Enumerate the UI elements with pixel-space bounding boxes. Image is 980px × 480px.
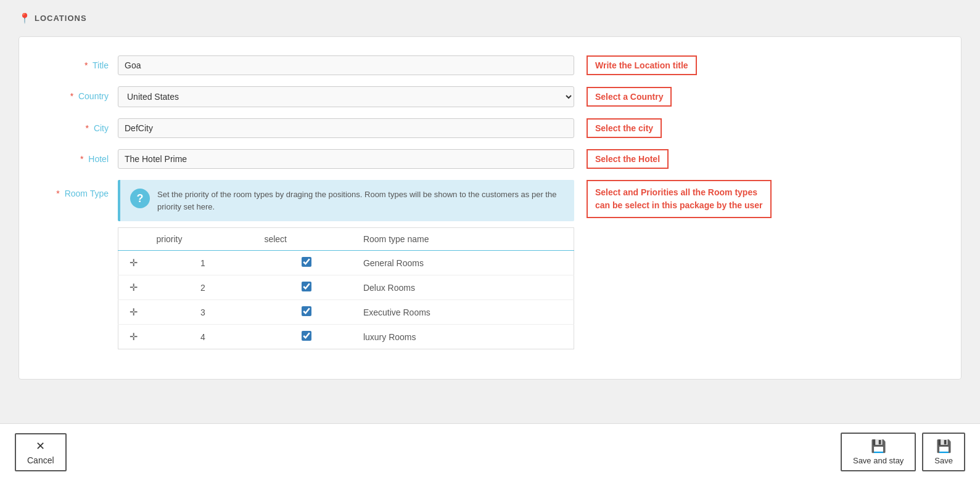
- room-select-checkbox[interactable]: [302, 282, 311, 291]
- drag-handle-icon[interactable]: ✛: [130, 307, 138, 317]
- city-input[interactable]: [118, 118, 574, 138]
- hotel-label: * Hotel: [44, 149, 118, 164]
- title-label: * Title: [44, 55, 118, 70]
- save-stay-icon: 💾: [871, 439, 886, 454]
- title-annotation: Write the Location title: [587, 55, 697, 75]
- cancel-label: Cancel: [27, 455, 54, 465]
- priority-cell: 2: [149, 275, 257, 300]
- hotel-required-star: *: [80, 154, 83, 164]
- room-type-annotation: Select and Priorities all the Room types…: [587, 180, 772, 218]
- priority-cell: 4: [149, 325, 257, 349]
- drag-handle-cell: ✛: [118, 325, 149, 349]
- room-name-cell: General Rooms: [356, 251, 574, 275]
- select-cell: [257, 275, 356, 300]
- country-label: * Country: [44, 86, 118, 101]
- page-wrapper: 📍 LOCATIONS * Title Write the Location t…: [0, 0, 980, 480]
- priority-cell: 3: [149, 300, 257, 325]
- save-button[interactable]: 💾 Save: [922, 433, 965, 471]
- th-name: Room type name: [356, 228, 574, 251]
- drag-handle-icon[interactable]: ✛: [130, 332, 138, 342]
- drag-handle-cell: ✛: [118, 275, 149, 300]
- cancel-icon: ✕: [36, 439, 45, 453]
- room-type-label: * Room Type: [44, 180, 118, 198]
- city-row: * City Select the city: [44, 118, 936, 138]
- country-annotation: Select a Country: [587, 87, 672, 107]
- title-input[interactable]: [118, 55, 574, 75]
- hotel-row: * Hotel Select the Hotel: [44, 149, 936, 169]
- room-select-checkbox[interactable]: [302, 331, 311, 341]
- city-label: * City: [44, 118, 118, 133]
- location-icon: 📍: [19, 12, 31, 24]
- save-stay-label: Save and stay: [853, 456, 904, 465]
- drag-handle-cell: ✛: [118, 251, 149, 275]
- drag-handle-icon[interactable]: ✛: [130, 258, 138, 268]
- th-drag: [118, 228, 149, 251]
- country-field: United States United Kingdom India Austr…: [118, 86, 574, 107]
- hotel-input[interactable]: [118, 149, 574, 169]
- table-row: ✛ 3 Executive Rooms: [118, 300, 574, 325]
- table-row: ✛ 4 luxury Rooms: [118, 325, 574, 349]
- country-row: * Country United States United Kingdom I…: [44, 86, 936, 107]
- select-cell: [257, 300, 356, 325]
- city-annotation: Select the city: [587, 118, 662, 138]
- title-field: [118, 55, 574, 75]
- save-and-stay-button[interactable]: 💾 Save and stay: [841, 433, 916, 471]
- country-select[interactable]: United States United Kingdom India Austr…: [118, 86, 574, 107]
- room-type-table: priority select Room type name ✛ 1 Gener…: [118, 227, 574, 349]
- room-type-section: ? Set the priority of the room types by …: [118, 180, 574, 349]
- th-select: select: [257, 228, 356, 251]
- room-type-row: * Room Type ? Set the priority of the ro…: [44, 180, 936, 349]
- room-select-checkbox[interactable]: [302, 306, 311, 316]
- hotel-field: [118, 149, 574, 169]
- cancel-button[interactable]: ✕ Cancel: [15, 433, 67, 471]
- main-content: 📍 LOCATIONS * Title Write the Location t…: [0, 0, 980, 423]
- page-header: 📍 LOCATIONS: [19, 12, 961, 24]
- save-icon: 💾: [936, 439, 952, 454]
- save-label: Save: [934, 456, 953, 465]
- city-field: [118, 118, 574, 138]
- room-type-required-star: *: [56, 189, 59, 198]
- city-required-star: *: [86, 123, 89, 133]
- title-required-star: *: [84, 60, 88, 70]
- footer-bar: ✕ Cancel 💾 Save and stay 💾 Save: [0, 423, 980, 480]
- room-name-cell: Delux Rooms: [356, 275, 574, 300]
- info-icon: ?: [130, 189, 150, 208]
- footer-right: 💾 Save and stay 💾 Save: [841, 433, 965, 471]
- room-type-info-banner: ? Set the priority of the room types by …: [118, 180, 574, 221]
- table-row: ✛ 1 General Rooms: [118, 251, 574, 275]
- room-select-checkbox[interactable]: [302, 257, 311, 267]
- room-type-info-text: Set the priority of the room types by dr…: [157, 189, 564, 213]
- table-header-row: priority select Room type name: [118, 228, 574, 251]
- table-row: ✛ 2 Delux Rooms: [118, 275, 574, 300]
- hotel-annotation: Select the Hotel: [587, 149, 669, 169]
- room-name-cell: luxury Rooms: [356, 325, 574, 349]
- select-cell: [257, 325, 356, 349]
- drag-handle-cell: ✛: [118, 300, 149, 325]
- form-container: * Title Write the Location title * Count…: [19, 36, 961, 380]
- th-priority: priority: [149, 228, 257, 251]
- page-title: LOCATIONS: [35, 14, 87, 23]
- country-required-star: *: [70, 91, 73, 101]
- priority-cell: 1: [149, 251, 257, 275]
- select-cell: [257, 251, 356, 275]
- title-row: * Title Write the Location title: [44, 55, 936, 75]
- drag-handle-icon[interactable]: ✛: [130, 282, 138, 293]
- room-name-cell: Executive Rooms: [356, 300, 574, 325]
